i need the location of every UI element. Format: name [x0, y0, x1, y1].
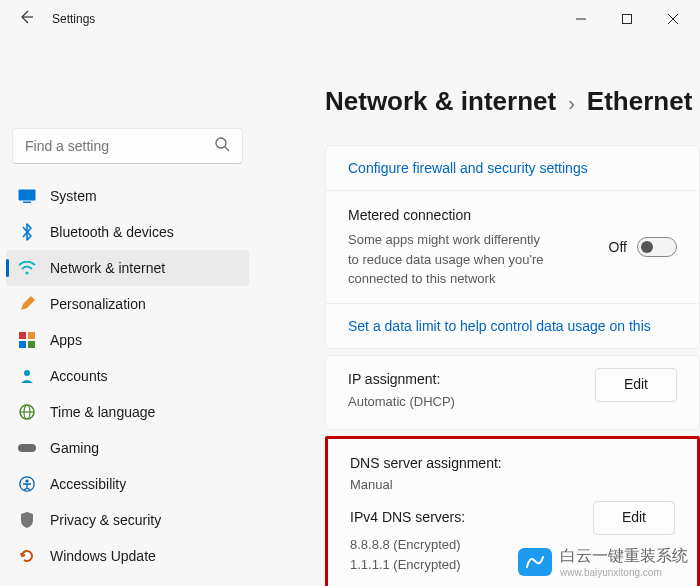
metered-toggle-label: Off — [609, 239, 627, 255]
firewall-link[interactable]: Configure firewall and security settings — [348, 160, 588, 176]
breadcrumb-parent[interactable]: Network & internet — [325, 86, 556, 117]
svg-rect-10 — [19, 332, 26, 339]
search-box[interactable] — [12, 128, 243, 164]
svg-point-20 — [25, 479, 28, 482]
settings-panel-1: Configure firewall and security settings… — [325, 145, 700, 349]
metered-toggle-wrap: Off — [609, 237, 677, 257]
svg-line-6 — [225, 147, 229, 151]
dns-title: DNS server assignment: — [350, 453, 675, 475]
app-title: Settings — [52, 12, 95, 26]
data-limit-row[interactable]: Set a data limit to help control data us… — [326, 304, 699, 348]
nav-icon — [18, 475, 36, 493]
watermark-icon — [518, 548, 552, 576]
sidebar-item-accounts[interactable]: Accounts — [6, 358, 249, 394]
firewall-link-row[interactable]: Configure firewall and security settings — [326, 146, 699, 191]
nav-list: SystemBluetooth & devicesNetwork & inter… — [6, 178, 249, 574]
nav-icon — [18, 295, 36, 313]
nav-label: Bluetooth & devices — [50, 224, 174, 240]
breadcrumb: Network & internet › Ethernet — [325, 86, 700, 117]
sidebar-item-gaming[interactable]: Gaming — [6, 430, 249, 466]
sidebar-item-time-language[interactable]: Time & language — [6, 394, 249, 430]
watermark-text: 白云一键重装系统 www.baiyunxitong.com — [560, 546, 688, 578]
svg-rect-18 — [18, 444, 36, 452]
svg-rect-2 — [623, 15, 632, 24]
titlebar-left: Settings — [18, 9, 95, 29]
watermark-line1: 白云一键重装系统 — [560, 546, 688, 567]
svg-rect-11 — [28, 332, 35, 339]
sidebar-item-bluetooth-devices[interactable]: Bluetooth & devices — [6, 214, 249, 250]
maximize-button[interactable] — [604, 3, 650, 35]
metered-text-block: Metered connection Some apps might work … — [348, 205, 553, 289]
sidebar-item-system[interactable]: System — [6, 178, 249, 214]
nav-label: Time & language — [50, 404, 155, 420]
window-controls — [558, 3, 696, 35]
nav-label: Gaming — [50, 440, 99, 456]
back-button[interactable] — [18, 9, 34, 29]
content-area: Network & internet › Ethernet Configure … — [255, 38, 700, 586]
sidebar-item-privacy-security[interactable]: Privacy & security — [6, 502, 249, 538]
watermark: 白云一键重装系统 www.baiyunxitong.com — [518, 546, 688, 578]
nav-icon — [18, 259, 36, 277]
sidebar: SystemBluetooth & devicesNetwork & inter… — [0, 38, 255, 586]
dns-value: Manual — [350, 475, 675, 495]
breadcrumb-current: Ethernet — [587, 86, 692, 117]
nav-label: Windows Update — [50, 548, 156, 564]
nav-label: Accessibility — [50, 476, 126, 492]
sidebar-item-accessibility[interactable]: Accessibility — [6, 466, 249, 502]
metered-desc: Some apps might work differently to redu… — [348, 230, 553, 289]
metered-title: Metered connection — [348, 205, 553, 226]
chevron-right-icon: › — [568, 92, 575, 115]
nav-label: Network & internet — [50, 260, 165, 276]
ipv4-dns-title: IPv4 DNS servers: — [350, 507, 465, 529]
nav-icon — [18, 403, 36, 421]
dns-edit-button[interactable]: Edit — [593, 501, 675, 535]
titlebar: Settings — [0, 0, 700, 38]
data-limit-link[interactable]: Set a data limit to help control data us… — [348, 318, 651, 334]
metered-connection-row: Metered connection Some apps might work … — [326, 191, 699, 304]
ip-assignment-row: IP assignment: Automatic (DHCP) Edit — [326, 356, 699, 430]
ip-title: IP assignment: — [348, 368, 595, 392]
sidebar-item-network-internet[interactable]: Network & internet — [6, 250, 249, 286]
minimize-button[interactable] — [558, 3, 604, 35]
nav-icon — [18, 547, 36, 565]
ip-value: Automatic (DHCP) — [348, 391, 595, 413]
svg-rect-7 — [19, 190, 36, 201]
nav-icon — [18, 367, 36, 385]
svg-rect-12 — [19, 341, 26, 348]
nav-label: Apps — [50, 332, 82, 348]
nav-label: System — [50, 188, 97, 204]
ip-edit-button[interactable]: Edit — [595, 368, 677, 402]
svg-rect-13 — [28, 341, 35, 348]
svg-point-9 — [25, 271, 28, 274]
sidebar-item-apps[interactable]: Apps — [6, 322, 249, 358]
nav-label: Personalization — [50, 296, 146, 312]
nav-label: Accounts — [50, 368, 108, 384]
search-input[interactable] — [25, 138, 205, 154]
nav-icon — [18, 223, 36, 241]
nav-label: Privacy & security — [50, 512, 161, 528]
nav-icon — [18, 331, 36, 349]
watermark-line2: www.baiyunxitong.com — [560, 567, 688, 578]
nav-icon — [18, 511, 36, 529]
search-icon — [215, 137, 230, 155]
svg-point-5 — [216, 138, 226, 148]
sidebar-item-personalization[interactable]: Personalization — [6, 286, 249, 322]
svg-point-14 — [24, 370, 30, 376]
close-button[interactable] — [650, 3, 696, 35]
sidebar-item-windows-update[interactable]: Windows Update — [6, 538, 249, 574]
ip-panel: IP assignment: Automatic (DHCP) Edit — [325, 355, 700, 431]
nav-icon — [18, 439, 36, 457]
svg-rect-8 — [23, 202, 31, 204]
metered-toggle[interactable] — [637, 237, 677, 257]
nav-icon — [18, 187, 36, 205]
